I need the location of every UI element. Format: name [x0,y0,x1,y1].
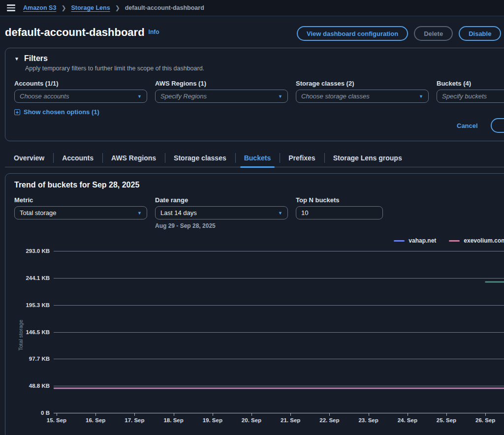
filter-fields: Accounts (1/1) Choose accounts ▼ AWS Reg… [14,80,504,103]
filters-expander[interactable]: ▼ Filters [14,54,504,63]
x-tick-label: 16. Sep [86,417,105,423]
page-title: default-account-dashboardInfo [5,26,159,39]
x-tick-label: 25. Sep [437,417,456,423]
tab-storage-classes[interactable]: Storage classes [165,149,235,167]
top-navigation-bar: Amazon S3 ❯ Storage Lens ❯ default-accou… [0,0,504,16]
dashboard-tabs: Overview Accounts AWS Regions Storage cl… [5,149,504,167]
chevron-right-icon: ❯ [61,4,66,11]
x-tick-label: 22. Sep [319,417,339,423]
legend-label: vahap.net [409,237,436,244]
metric-control: Metric Total storage ▼ [14,196,147,229]
storage-classes-select[interactable]: Choose storage classes ▼ [296,90,429,103]
x-tick-mark [57,413,57,416]
view-dashboard-configuration-button[interactable]: View dashboard configuration [297,26,408,41]
chevron-right-icon: ❯ [115,4,120,11]
x-tick-label: 19. Sep [203,417,222,423]
legend-item-vahap[interactable]: vahap.net [394,237,436,244]
y-tick-label: 244.1 KB [11,275,50,281]
accounts-filter: Accounts (1/1) Choose accounts ▼ [14,80,147,103]
show-chosen-options-link[interactable]: + Show chosen options (1) [14,108,504,116]
top-n-input[interactable] [296,206,383,219]
legend-label: exevolium.com [464,237,504,244]
apply-button[interactable] [491,118,504,133]
x-tick-label: 26. Sep [475,417,495,423]
breadcrumb: Amazon S3 ❯ Storage Lens ❯ default-accou… [23,4,204,11]
y-tick-label: 293.0 KB [11,248,50,254]
chevron-down-icon: ▼ [137,211,142,216]
expand-plus-icon: + [14,109,20,115]
y-tick-label: 97.7 KB [11,356,50,362]
trend-title: Trend of buckets for Sep 28, 2025 [14,181,504,189]
breadcrumb-amazon-s3[interactable]: Amazon S3 [23,4,56,11]
date-range-label: Date range [155,196,288,204]
chevron-down-icon: ▼ [137,94,142,99]
x-tick-mark [174,413,174,416]
regions-select[interactable]: Specify Regions ▼ [155,90,288,103]
triangle-down-icon: ▼ [14,56,19,62]
x-tick-label: 15. Sep [47,417,66,423]
regions-placeholder: Specify Regions [160,93,207,100]
tab-prefixes[interactable]: Prefixes [280,149,324,167]
x-tick-mark [485,413,486,416]
x-tick-mark [134,413,135,416]
trend-panel: Trend of buckets for Sep 28, 2025 Metric… [5,173,504,435]
disable-button[interactable]: Disable [459,26,501,41]
buckets-select[interactable]: Specify buckets [437,90,504,103]
tab-aws-regions[interactable]: AWS Regions [102,149,165,167]
x-tick-mark [369,413,369,416]
tab-buckets[interactable]: Buckets [235,149,280,167]
cancel-button[interactable]: Cancel [457,122,478,129]
y-tick-label: 195.3 KB [11,302,50,308]
y-tick-label: 146.5 KB [11,329,50,335]
top-n-control: Top N buckets [296,196,383,229]
accounts-label: Accounts (1/1) [14,80,147,87]
storage-classes-filter: Storage classes (2) Choose storage class… [296,80,429,103]
regions-filter: AWS Regions (1) Specify Regions ▼ [155,80,288,103]
chart-legend: vahap.net exevolium.com [14,237,504,244]
date-range-value: Last 14 days [160,209,197,217]
tab-storage-lens-groups[interactable]: Storage Lens groups [324,149,411,167]
tab-accounts[interactable]: Accounts [53,149,102,167]
accounts-placeholder: Choose accounts [20,93,69,100]
plot-area[interactable]: 293.0 KB244.1 KB195.3 KB146.5 KB97.7 KB4… [54,251,504,413]
x-tick-mark [95,413,96,416]
metric-label: Metric [14,196,147,204]
date-range-helper: Aug 29 - Sep 28, 2025 [155,222,288,229]
x-tick-label: 21. Sep [281,417,300,423]
chart-series [54,251,504,413]
info-link[interactable]: Info [149,29,159,35]
y-tick-label: 0 B [11,410,50,416]
chevron-down-icon: ▼ [278,94,283,99]
page-header: default-account-dashboardInfo View dashb… [0,22,504,48]
top-n-label: Top N buckets [296,196,383,204]
legend-item-exevolium[interactable]: exevolium.com [449,237,504,244]
date-range-control: Date range Last 14 days ▼ Aug 29 - Sep 2… [155,196,288,229]
trend-chart: Total storage 293.0 KB244.1 KB195.3 KB14… [54,251,504,413]
buckets-filter: Buckets (4) Specify buckets [437,80,504,103]
storage-classes-placeholder: Choose storage classes [301,93,370,100]
breadcrumb-current: default-account-dashboard [125,4,204,11]
header-actions: View dashboard configuration Delete Disa… [297,26,504,41]
date-range-select[interactable]: Last 14 days ▼ [155,206,288,219]
metric-select[interactable]: Total storage ▼ [14,206,147,219]
line-swatch [449,240,460,242]
delete-button[interactable]: Delete [414,26,453,41]
tab-overview[interactable]: Overview [5,149,53,167]
accounts-select[interactable]: Choose accounts ▼ [14,90,147,103]
trend-controls: Metric Total storage ▼ Date range Last 1… [14,196,504,229]
filters-description: Apply temporary filters to further limit… [25,65,504,72]
x-tick-label: 17. Sep [125,417,144,423]
breadcrumb-storage-lens[interactable]: Storage Lens [71,4,110,11]
y-axis-label: Total storage [18,313,24,357]
y-tick-label: 48.8 KB [11,383,50,389]
filters-panel: ▼ Filters Apply temporary filters to fur… [5,48,504,141]
hamburger-menu-icon[interactable] [6,2,16,13]
filters-heading: Filters [24,54,48,63]
x-tick-mark [329,413,330,416]
x-tick-mark [213,413,213,416]
storage-classes-label: Storage classes (2) [296,80,429,87]
buckets-placeholder: Specify buckets [442,93,487,100]
filters-footer: Cancel [5,118,504,135]
regions-label: AWS Regions (1) [155,80,288,87]
line-swatch [394,240,405,242]
